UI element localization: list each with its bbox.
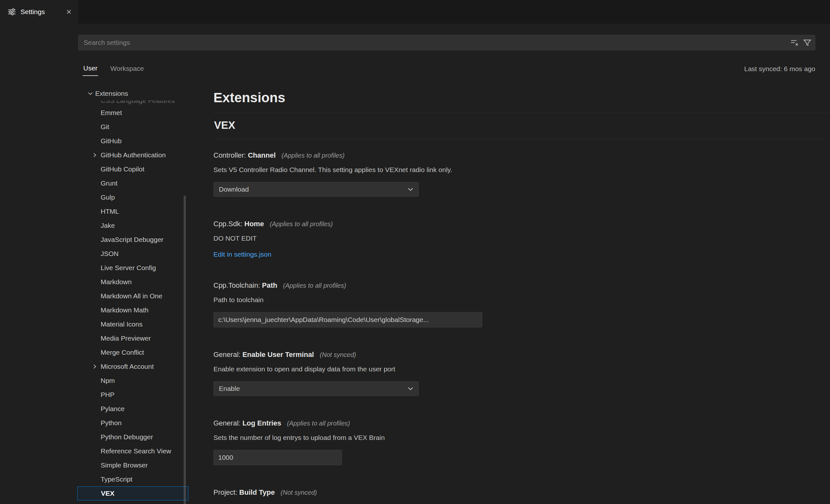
chevron-down-icon xyxy=(407,385,414,392)
tree-item[interactable]: Npm xyxy=(77,374,188,388)
tree-item[interactable]: Live Server Config xyxy=(77,261,188,275)
tab-user[interactable]: User xyxy=(83,62,98,76)
tree-item[interactable]: TypeScript xyxy=(77,472,188,486)
setting-name: Home xyxy=(245,220,264,228)
setting-description: Sets the number of log entrys to upload … xyxy=(214,434,811,442)
tree-item[interactable]: Pylance xyxy=(77,402,188,416)
tree-item-label: Markdown xyxy=(101,278,132,286)
tree-item[interactable]: Gulp xyxy=(77,190,188,204)
setting-select[interactable]: Download xyxy=(214,182,419,197)
tab-bar: Settings xyxy=(0,0,830,24)
tree-item[interactable]: Python Debugger xyxy=(77,430,188,444)
setting-title: General:Enable User Terminal (Not synced… xyxy=(214,350,811,359)
tree-item[interactable]: Git xyxy=(77,120,188,134)
tree-item-label: Gulp xyxy=(101,193,115,201)
tree-item[interactable]: Markdown xyxy=(77,275,188,289)
setting-scope: (Not synced) xyxy=(320,351,356,358)
setting-category: Project: xyxy=(214,488,237,496)
filter-icon[interactable] xyxy=(803,38,812,47)
tree-root-extensions[interactable]: Extensions xyxy=(77,87,188,101)
tree-item-label: GitHub Authentication xyxy=(101,151,166,159)
tree-item[interactable]: Jake xyxy=(77,219,188,232)
last-synced-label: Last synced: 6 mos ago xyxy=(744,65,815,73)
setting-category: General: xyxy=(214,419,241,427)
tree-item[interactable]: HTML xyxy=(77,204,188,219)
tree-item-label: PHP xyxy=(101,391,115,399)
tree-item[interactable]: Microsoft Account xyxy=(77,359,188,374)
tree-item-label: Microsoft Account xyxy=(101,363,154,370)
setting-item: Cpp.Toolchain:Path (Applies to all profi… xyxy=(214,281,811,327)
tree-item[interactable]: GitHub xyxy=(77,134,188,148)
tree-item[interactable]: JSON xyxy=(77,247,188,261)
tree-item[interactable]: Grunt xyxy=(77,176,188,190)
setting-title: Cpp.Sdk:Home (Applies to all profiles) xyxy=(214,219,811,229)
settings-scope-row: User Workspace Last synced: 6 mos ago xyxy=(83,61,815,77)
search-input[interactable] xyxy=(78,35,815,50)
settings-body: Extensions VEX Controller:Channel (Appli… xyxy=(214,77,830,504)
tree-item-label: JavaScript Debugger xyxy=(101,236,163,244)
tree-item-label: Python Debugger xyxy=(101,433,153,441)
tree-item[interactable]: Markdown Math xyxy=(77,303,188,317)
tree-item[interactable]: VEX xyxy=(77,486,188,501)
setting-link[interactable]: Edit in settings.json xyxy=(214,251,272,258)
setting-title: Project:Build Type (Not synced) xyxy=(214,487,811,497)
setting-description: Enable extension to open and display dat… xyxy=(214,365,811,373)
header-divider xyxy=(214,113,830,113)
setting-category: Controller: xyxy=(214,151,246,159)
tree-item[interactable]: Material Icons xyxy=(77,317,188,331)
setting-description: Path to toolchain xyxy=(214,296,811,304)
tree-item-label: GitHub xyxy=(101,137,122,145)
clear-search-icon[interactable] xyxy=(790,38,799,47)
close-icon[interactable] xyxy=(65,8,73,16)
setting-text-input[interactable]: 1000 xyxy=(214,450,342,465)
setting-scope: (Applies to all profiles) xyxy=(270,220,333,227)
tree-item[interactable]: Media Previewer xyxy=(77,331,188,345)
section-divider xyxy=(214,139,823,139)
setting-item: Project:Build Type (Not synced) xyxy=(214,487,811,497)
tree-item-label: HTML xyxy=(101,208,119,215)
tree-item-label: Live Server Config xyxy=(101,264,156,272)
chevron-down-icon xyxy=(87,90,94,97)
setting-scope: (Applies to all profiles) xyxy=(287,420,350,427)
setting-name: Path xyxy=(262,281,278,289)
setting-category: Cpp.Sdk: xyxy=(214,220,243,228)
tree-item-label: Grunt xyxy=(101,180,118,187)
select-value: Enable xyxy=(219,385,240,392)
tree-item[interactable]: GitHub Copilot xyxy=(77,162,188,176)
setting-name: Build Type xyxy=(240,488,275,496)
setting-text-input[interactable]: c:\Users\jenna_juechter\AppData\Roaming\… xyxy=(214,312,482,327)
setting-scope: (Not synced) xyxy=(281,489,317,496)
tab-title: Settings xyxy=(21,8,60,16)
tree-item[interactable]: PHP xyxy=(77,388,188,402)
settings-tab[interactable]: Settings xyxy=(0,0,78,24)
tree-root-label: Extensions xyxy=(95,90,128,97)
tree-item-label: Emmet xyxy=(101,109,122,117)
tree-item[interactable]: Simple Browser xyxy=(77,458,188,472)
setting-description: DO NOT EDIT xyxy=(214,234,811,243)
tree-item[interactable]: Reference Search View xyxy=(77,444,188,458)
text-input-value: 1000 xyxy=(218,454,233,462)
tree-item-label: Git xyxy=(101,123,109,131)
tree-item-label: JSON xyxy=(101,250,119,258)
tree-item-label: GitHub Copilot xyxy=(101,165,145,173)
setting-title: General:Log Entries (Applies to all prof… xyxy=(214,418,811,428)
tree-item-label: Pylance xyxy=(101,405,125,413)
tree-item[interactable]: Markdown All in One xyxy=(77,289,188,303)
tree-item[interactable]: JavaScript Debugger xyxy=(77,232,188,247)
tree-item[interactable]: Python xyxy=(77,416,188,430)
tab-workspace[interactable]: Workspace xyxy=(109,62,145,75)
tree-item-label: TypeScript xyxy=(101,475,132,483)
tree-item[interactable]: Emmet xyxy=(77,106,188,120)
setting-item: General:Log Entries (Applies to all prof… xyxy=(214,418,811,465)
settings-list: Controller:Channel (Applies to all profi… xyxy=(214,151,811,504)
setting-select[interactable]: Enable xyxy=(214,381,419,396)
tree-item[interactable]: GitHub Authentication xyxy=(77,148,188,162)
tree-item-label: Npm xyxy=(101,377,115,384)
settings-search-bar xyxy=(78,35,815,50)
setting-item: Controller:Channel (Applies to all profi… xyxy=(214,151,811,197)
tree-scrollbar[interactable] xyxy=(184,196,186,504)
tree-item[interactable]: Merge Conflict xyxy=(77,345,188,359)
tree-item-label: Simple Browser xyxy=(101,462,148,469)
setting-category: Cpp.Toolchain: xyxy=(214,281,260,289)
extensions-tree-items: Emmet Git GitHub GitHub Authentication G… xyxy=(77,106,188,501)
